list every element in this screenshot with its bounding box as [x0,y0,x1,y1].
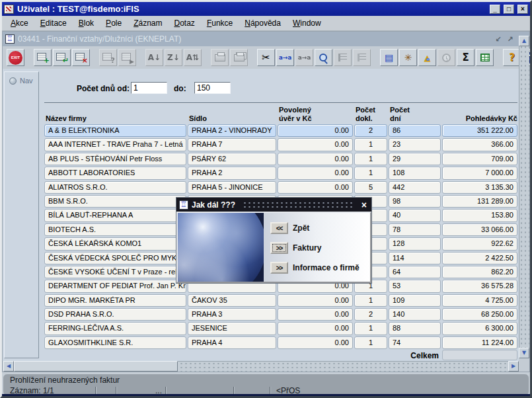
close-icon[interactable]: × [517,5,528,14]
company-cell[interactable]: DIPO MGR. MARKÉTA PR [44,294,186,307]
close-icon[interactable]: × [360,200,369,210]
menu-napoveda[interactable]: Nápověda [239,17,287,29]
table-row[interactable]: AAA INTERNET - TRAVE Praha 7 - LetnáPRAH… [44,138,517,151]
sidlo-cell[interactable]: PRAHA 2 [188,167,276,179]
pohledavky-cell[interactable]: 36 575.28 [442,280,517,292]
uver-cell[interactable]: 0.00 [278,337,353,349]
table-row[interactable]: GLAXOSMITHKLINE S.R.PRAHA 40.0017411 224… [44,337,517,349]
company-cell[interactable]: DSD PRAHA S.R.O. [44,308,186,321]
detail-form-button[interactable]: ▤ [380,49,398,66]
export-excel-button[interactable] [476,49,494,66]
dni-cell[interactable]: 74 [389,337,441,349]
sort-custom-button[interactable]: A⇅ [184,49,202,66]
horizontal-scrollbar-thumb[interactable] [14,361,178,372]
scroll-down-icon[interactable]: ▼ [519,348,529,358]
pohledavky-cell[interactable]: 922.62 [442,237,517,250]
sidlo-cell[interactable]: PRAHA 4 [188,337,276,349]
company-cell[interactable]: GLAXOSMITHKLINE S.R. [44,337,186,349]
pohledavky-cell[interactable]: 6 300.00 [442,322,517,335]
sidlo-cell[interactable]: PRAHA 3 [188,308,276,321]
scroll-right-icon[interactable]: ▶ [508,361,519,372]
table-row[interactable]: ALIATROS S.R.O.PRAHA 5 - JINONICE0.00544… [44,181,517,194]
dokl-cell[interactable]: 1 [354,322,387,335]
mdi-restore-icon[interactable]: ↗ [506,35,515,44]
pohledavky-cell[interactable]: 709.00 [442,153,517,165]
dni-cell[interactable]: 108 [389,167,441,179]
alert-button[interactable]: ▲ [418,49,436,66]
company-cell[interactable]: A & B ELEKTRONIKA [44,124,186,137]
company-cell[interactable]: AB PLUS - STĚHOVÁNÍ Petr Floss [44,153,186,165]
minimize-icon[interactable]: _ [490,5,500,14]
menu-blok[interactable]: Blok [73,17,100,29]
company-cell[interactable]: BÍLÁ LABUŤ-REPHANA A [44,209,186,221]
paste-text-button[interactable]: a→a [276,49,294,66]
company-cell[interactable]: BBM S.R.O. [44,195,186,208]
company-cell[interactable]: ALIATROS S.R.O. [44,181,186,194]
insert-record-button[interactable]: + [34,49,52,66]
company-cell[interactable]: AAA INTERNET - TRAVE Praha 7 - Letná [44,138,186,151]
pohledavky-cell[interactable]: 351 222.00 [442,124,517,137]
pohledavky-cell[interactable]: 131 289.00 [442,195,517,208]
faktury-button[interactable]: >> [270,242,288,254]
company-cell[interactable]: FERRING-LÉČIVA A.S. [44,322,186,335]
sort-ascending-button[interactable]: A↓ [145,49,163,66]
dni-cell[interactable]: 140 [389,308,441,321]
scroll-up-icon[interactable]: ▲ [519,36,529,46]
menu-dotaz[interactable]: Dotaz [169,17,201,29]
dni-cell[interactable]: 53 [389,280,441,292]
uver-cell[interactable]: 0.00 [278,181,353,194]
about-help-button[interactable]: ? [503,49,521,66]
sidlo-cell[interactable]: ČAKOV 35 [188,294,276,307]
enter-query-button[interactable]: ? [99,49,117,66]
table-row[interactable]: ABBOTT LABORATORIESPRAHA 20.0011087 000.… [44,167,517,179]
pohledavky-cell[interactable]: 33 066.00 [442,223,517,236]
dni-cell[interactable]: 86 [389,124,441,137]
navigator-wheel-button[interactable]: ✳ [399,49,417,66]
duplicate-record-button[interactable]: ↵ [53,49,71,66]
pohledavky-cell[interactable]: 3 135.30 [442,181,517,194]
dokl-cell[interactable]: 1 [354,167,387,179]
find-button[interactable] [315,49,332,66]
pohledavky-cell[interactable]: 4 725.00 [442,294,517,307]
mdi-minimize-icon[interactable]: ↙ [494,35,502,44]
dokl-cell[interactable]: 2 [354,308,387,321]
menu-window[interactable]: Window [287,17,327,29]
delete-record-button[interactable]: × [72,49,90,66]
pohledavky-cell[interactable]: 366.00 [442,138,517,151]
informace-o-firme-button[interactable]: >> [270,262,288,274]
dni-cell[interactable]: 40 [389,209,441,221]
dokl-cell[interactable]: 1 [354,138,387,151]
tree-view-button[interactable] [353,49,371,66]
exit-button[interactable]: EXIT [7,49,24,66]
uver-cell[interactable]: 0.00 [278,153,353,165]
dokl-cell[interactable]: 1 [354,153,387,165]
company-cell[interactable]: ABBOTT LABORATORIES [44,167,186,179]
dokl-cell[interactable]: 1 [354,294,387,307]
menu-funkce[interactable]: Funkce [201,17,239,29]
uver-cell[interactable]: 0.00 [278,124,353,137]
table-row[interactable]: DIPO MGR. MARKÉTA PRČAKOV 350.0011094 72… [44,294,517,307]
dni-cell[interactable]: 29 [389,153,441,165]
dni-cell[interactable]: 114 [389,252,441,264]
days-from-input[interactable] [131,82,167,94]
list-values-button[interactable] [334,49,352,66]
pohledavky-cell[interactable]: 862.20 [442,266,517,278]
company-cell[interactable]: ČESKÉ VYSOKÉ UČENÍ T v Praze - rekto [44,266,186,278]
scroll-left-icon[interactable]: ◀ [3,361,14,372]
menu-akce[interactable]: Akce [5,17,34,29]
table-row[interactable]: A & B ELEKTRONIKAPRAHA 2 - VINOHRADY0.00… [44,124,517,137]
pohledavky-cell[interactable]: 68 250.00 [442,308,517,321]
dokl-cell[interactable]: 5 [354,181,387,194]
uver-cell[interactable]: 0.00 [278,167,353,179]
maximize-icon[interactable]: □ [504,5,514,14]
uver-cell[interactable]: 0.00 [278,308,353,321]
dialog-title-bar[interactable]: ♖ Jak dál ??? × [176,198,371,212]
dni-cell[interactable]: 128 [389,237,441,250]
dni-cell[interactable]: 98 [389,195,441,208]
execute-query-button[interactable]: ▶ [118,49,136,66]
dni-cell[interactable]: 23 [389,138,441,151]
pohledavky-cell[interactable]: 7 000.00 [442,167,517,179]
copy-text-button[interactable]: a→a [295,49,313,66]
dni-cell[interactable]: 88 [389,322,441,335]
pohledavky-cell[interactable]: 2 422.50 [442,252,517,264]
